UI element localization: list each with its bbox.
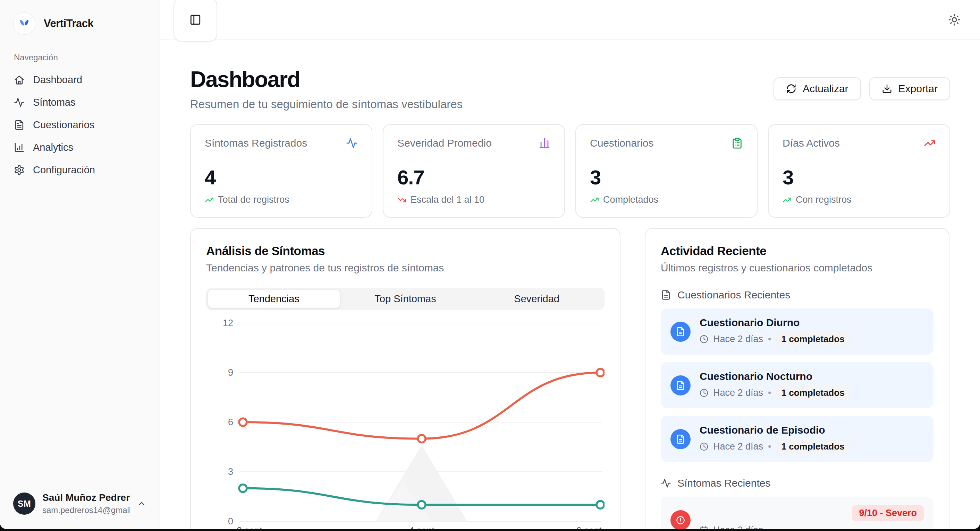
sidebar-item-label: Dashboard <box>33 74 82 86</box>
refresh-icon <box>786 84 796 94</box>
questionnaire-meta: Hace 2 días • 1 completados <box>700 439 850 454</box>
user-meta: Saúl Muñoz Pedrer… sam.pedreros14@gmail.… <box>42 492 130 515</box>
symptoms-section-header: Síntomas Recientes <box>661 477 934 489</box>
sidebar-item-cuestionarios[interactable]: Cuestionarios <box>9 114 151 136</box>
user-name: Saúl Muñoz Pedrer… <box>42 492 130 503</box>
svg-text:0: 0 <box>228 516 233 526</box>
screen: VertiTrack Navegación Dashboard Síntomas… <box>0 0 980 531</box>
home-icon <box>14 74 25 85</box>
stat-note: Con registros <box>783 195 935 205</box>
sidebar-item-label: Cuestionarios <box>33 119 94 131</box>
stat-note: Total de registros <box>205 195 358 205</box>
trending-up-icon <box>924 137 935 149</box>
stat-note: Escala del 1 al 10 <box>397 195 550 205</box>
stat-title: Severidad Promedio <box>397 137 492 149</box>
clock-icon <box>700 388 708 397</box>
completed-badge: 1 completados <box>776 332 850 346</box>
dot-separator: • <box>768 525 771 529</box>
head-actions: Actualizar Exportar <box>773 77 950 100</box>
activity-icon <box>661 478 671 488</box>
questionnaire-meta: Hace 2 días • 1 completados <box>700 386 850 400</box>
tab-top-sintomas[interactable]: Top Síntomas <box>340 290 471 308</box>
export-button[interactable]: Exportar <box>869 77 950 100</box>
sidebar: VertiTrack Navegación Dashboard Síntomas… <box>0 0 160 529</box>
stat-card-cuestionarios: Cuestionarios 3 Completados <box>575 124 757 218</box>
svg-text:12: 12 <box>223 318 233 328</box>
activity-subtitle: Últimos registros y cuestionarios comple… <box>661 262 934 274</box>
tab-tendencias[interactable]: Tendencias <box>208 290 340 308</box>
questionnaire-item-nocturno: Cuestionario Nocturno Hace 2 días • 1 co… <box>661 362 934 408</box>
stat-value: 3 <box>783 166 935 189</box>
vertitrack-logo-icon <box>13 13 35 35</box>
analysis-tabs: Tendencias Top Síntomas Severidad <box>206 288 605 310</box>
file-text-icon <box>14 120 25 130</box>
dot-separator: • <box>768 441 771 452</box>
file-badge-icon <box>670 429 690 449</box>
questionnaire-title: Cuestionario de Episodio <box>700 424 850 436</box>
app-title: VertiTrack <box>44 17 93 30</box>
file-badge-icon <box>670 376 690 395</box>
sidebar-item-label: Analytics <box>33 142 73 153</box>
brand: VertiTrack <box>9 10 151 37</box>
questionnaires-section-header: Cuestionarios Recientes <box>661 289 934 301</box>
severity-badge: 9/10 - Severo <box>852 505 924 521</box>
panel-left-icon <box>189 14 201 25</box>
stat-value: 3 <box>590 166 743 189</box>
middle-row: Análisis de Síntomas Tendencias y patron… <box>190 228 950 529</box>
download-icon <box>882 84 892 94</box>
svg-text:9: 9 <box>228 368 233 378</box>
sidebar-item-label: Síntomas <box>33 97 76 108</box>
stat-title: Cuestionarios <box>590 137 654 149</box>
sun-icon <box>948 14 961 26</box>
analysis-title: Análisis de Síntomas <box>206 244 605 258</box>
stat-cards: Síntomas Registrados 4 Total de registro… <box>190 124 950 218</box>
export-label: Exportar <box>899 83 938 95</box>
symptom-item-severo: 9/10 - Severo Hace 2 días • <box>661 497 934 529</box>
calendar-icon <box>700 526 708 529</box>
chart-column-icon <box>14 142 25 153</box>
refresh-button[interactable]: Actualizar <box>773 77 861 100</box>
completed-badge: 1 completados <box>776 386 850 400</box>
questionnaire-item-episodio: Cuestionario de Episodio Hace 2 días • 1… <box>661 416 934 462</box>
svg-text:2 sept: 2 sept <box>237 525 262 529</box>
file-badge-icon <box>670 322 690 342</box>
completed-badge: 1 completados <box>776 439 850 454</box>
stat-title: Días Activos <box>783 137 840 149</box>
chevron-up-icon <box>137 499 146 509</box>
main-area: Dashboard Resumen de tu seguimiento de s… <box>160 0 980 529</box>
nav-section-label: Navegación <box>14 53 151 62</box>
avatar: SM <box>13 493 35 515</box>
content: Dashboard Resumen de tu seguimiento de s… <box>160 40 980 529</box>
app-window: VertiTrack Navegación Dashboard Síntomas… <box>0 0 980 529</box>
chart-column-icon <box>539 137 550 149</box>
questionnaire-title: Cuestionario Diurno <box>700 317 850 328</box>
alert-circle-icon <box>670 510 690 529</box>
questionnaire-item-diurno: Cuestionario Diurno Hace 2 días • 1 comp… <box>661 309 934 355</box>
user-menu[interactable]: SM Saúl Muñoz Pedrer… sam.pedreros14@gma… <box>9 489 151 518</box>
theme-toggle-button[interactable] <box>948 14 961 26</box>
symptom-meta: Hace 2 días • <box>700 525 924 529</box>
activity-icon <box>346 137 358 149</box>
svg-text:3: 3 <box>228 466 233 477</box>
stat-card-sintomas: Síntomas Registrados 4 Total de registro… <box>190 124 372 218</box>
sidebar-toggle-button[interactable] <box>173 0 217 41</box>
dot-separator: • <box>768 334 771 344</box>
trending-up-icon <box>590 195 599 204</box>
svg-text:6: 6 <box>228 417 233 427</box>
sidebar-item-analytics[interactable]: Analytics <box>9 136 151 159</box>
sidebar-item-configuracion[interactable]: Configuración <box>9 159 151 181</box>
tab-severidad[interactable]: Severidad <box>471 290 603 308</box>
sidebar-item-sintomas[interactable]: Síntomas <box>9 91 151 114</box>
user-email: sam.pedreros14@gmail.… <box>42 506 130 515</box>
stat-value: 6.7 <box>397 166 550 189</box>
sidebar-item-dashboard[interactable]: Dashboard <box>9 69 151 91</box>
analysis-panel: Análisis de Síntomas Tendencias y patron… <box>190 228 620 529</box>
trending-up-icon <box>205 195 214 204</box>
stat-card-severidad: Severidad Promedio 6.7 Escala del 1 al 1… <box>383 124 565 218</box>
clipboard-list-icon <box>731 137 743 149</box>
questionnaire-title: Cuestionario Nocturno <box>700 371 850 382</box>
stat-card-dias-activos: Días Activos 3 Con registros <box>768 124 950 218</box>
analysis-subtitle: Tendencias y patrones de tus registros d… <box>206 262 605 274</box>
activity-title: Actividad Reciente <box>661 244 934 258</box>
gear-icon <box>14 165 25 175</box>
